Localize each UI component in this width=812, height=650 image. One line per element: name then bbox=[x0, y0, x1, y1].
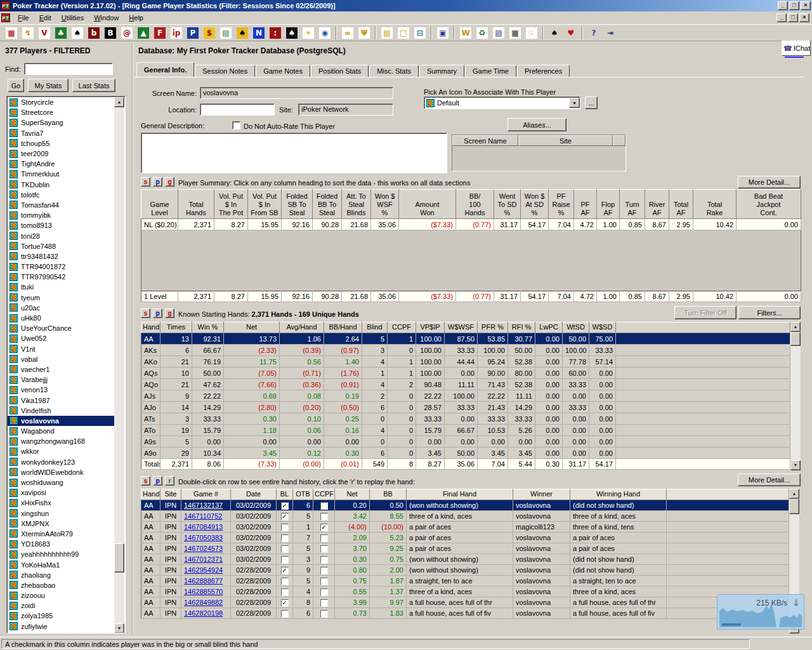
ipoker-icon[interactable]: ip bbox=[169, 25, 184, 40]
player-list-item[interactable]: zizoouu bbox=[8, 590, 114, 600]
checkbox[interactable]: ✓ bbox=[281, 502, 289, 510]
help-icon[interactable]: ? bbox=[586, 25, 601, 40]
player-list-item[interactable]: SuperSayang bbox=[8, 117, 114, 128]
titan-icon[interactable]: ♠ bbox=[284, 25, 299, 40]
chevron-down-icon[interactable]: ▼ bbox=[569, 98, 580, 108]
table-row[interactable]: AQo2147.62(7.66)(0.36)(0.91)4290.4811.11… bbox=[141, 379, 790, 390]
column-header[interactable]: Blind bbox=[362, 322, 388, 333]
player-list-item[interactable]: XterminAAtoR79 bbox=[8, 529, 114, 539]
scroll-thumb[interactable] bbox=[790, 332, 801, 346]
player-list-item[interactable]: zolya1985 bbox=[8, 611, 114, 621]
menu-edit[interactable]: Edit bbox=[34, 13, 56, 23]
column-header[interactable]: Vol. Put $ In The Pot bbox=[214, 190, 248, 219]
player-list-item[interactable]: wangzhongwang168 bbox=[8, 436, 114, 446]
my-stats-button[interactable]: My Stats bbox=[28, 79, 69, 92]
tab-session-notes[interactable]: Session Notes bbox=[195, 65, 255, 77]
section-button-p[interactable]: p bbox=[153, 177, 162, 187]
column-header[interactable]: Date bbox=[231, 489, 277, 500]
scroll-thumb[interactable] bbox=[789, 499, 799, 514]
game-link[interactable]: 1462885570 bbox=[184, 588, 223, 595]
table-row[interactable]: AAIPN146295492402/28/2009✓90.802.00(won … bbox=[141, 565, 789, 576]
column-header[interactable]: Total Hands bbox=[178, 190, 214, 219]
column-header[interactable]: Folded BB To Steal bbox=[313, 190, 342, 219]
table-row[interactable]: NL ($0.20)2,3718.2715.9592.1690.2821.683… bbox=[141, 219, 801, 230]
column-header[interactable]: Hand bbox=[141, 322, 160, 333]
last-stats-button[interactable]: Last Stats bbox=[72, 79, 115, 92]
player-list-item[interactable]: ttuki bbox=[8, 282, 114, 292]
turn-filter-off-button[interactable]: Turn Filter Off bbox=[674, 306, 737, 319]
player-list-item[interactable]: Vindelfish bbox=[8, 406, 114, 416]
table-row[interactable]: AAIPN146701237103/02/200930.300.75(won w… bbox=[141, 554, 789, 565]
player-list-item[interactable]: Streetcore bbox=[8, 107, 114, 117]
section-button-r[interactable]: r bbox=[165, 476, 174, 486]
everest-icon[interactable]: ▲ bbox=[136, 25, 151, 40]
checkbox[interactable] bbox=[320, 502, 328, 510]
player-list-item[interactable]: teer2009 bbox=[8, 149, 114, 159]
cards-green-icon[interactable]: ▤ bbox=[218, 25, 233, 40]
player-list-item[interactable]: Uwe052 bbox=[8, 333, 114, 343]
player-list-item[interactable]: worldWlDEwebdonk bbox=[8, 467, 114, 477]
aliases-button[interactable]: Aliases... bbox=[508, 118, 566, 131]
save-icon[interactable]: ▣ bbox=[435, 25, 450, 40]
tab-game-notes[interactable]: Game Notes bbox=[256, 65, 310, 77]
player-list-item[interactable]: uHk80 bbox=[8, 313, 114, 323]
player-list-item[interactable]: ttr93481432 bbox=[8, 251, 114, 262]
game-link[interactable]: 1462820198 bbox=[184, 609, 223, 617]
checkbox[interactable] bbox=[320, 513, 328, 521]
column-header[interactable]: Game Level bbox=[141, 190, 178, 219]
column-header[interactable]: Net bbox=[335, 489, 370, 500]
column-header[interactable]: LwPC bbox=[535, 322, 563, 333]
column-header[interactable]: BB bbox=[370, 489, 407, 500]
player-list-item[interactable]: zufiylwie bbox=[8, 621, 114, 632]
player-list-item[interactable]: Wagabond bbox=[8, 426, 114, 436]
column-header[interactable]: WtSD bbox=[563, 322, 589, 333]
checkbox[interactable] bbox=[281, 556, 289, 564]
player-list-item[interactable]: Vika1987 bbox=[8, 395, 114, 405]
table-row[interactable]: AQs1050.00(7.05)(0.71)(1.76)11100.000.00… bbox=[141, 368, 790, 379]
scroll-up-icon[interactable]: ▲ bbox=[789, 489, 799, 499]
mdi-restore-button[interactable]: □ bbox=[788, 13, 798, 22]
table-row[interactable]: AAIPN146284988202/28/2009✓83.999.97a ful… bbox=[141, 597, 789, 608]
player-list-item[interactable]: Storycircle bbox=[8, 97, 114, 107]
section-button-p[interactable]: p bbox=[153, 476, 162, 486]
checkbox[interactable] bbox=[281, 578, 289, 585]
player-list-item[interactable]: venon13 bbox=[8, 385, 114, 395]
gold-chip-icon[interactable]: $ bbox=[202, 25, 217, 40]
game-link[interactable]: 1467110752 bbox=[184, 512, 222, 520]
spades-pair-icon[interactable]: ♠ bbox=[70, 25, 85, 40]
checkbox[interactable] bbox=[320, 610, 328, 618]
hand-icon[interactable]: ☞ bbox=[524, 25, 539, 40]
table-row[interactable]: AJo1414.29(2.80)(0.20)(0.50)6028.5733.33… bbox=[141, 402, 790, 413]
betsson-icon[interactable]: B bbox=[103, 25, 118, 40]
player-list-item[interactable]: xaviposi bbox=[8, 488, 114, 498]
domino-icon[interactable]: : bbox=[268, 25, 283, 40]
minimize-button[interactable]: _ bbox=[778, 1, 788, 10]
player-list-item[interactable]: zhebaobao bbox=[8, 580, 114, 590]
player-list-item[interactable]: tommyibk bbox=[8, 210, 114, 220]
column-header[interactable]: Total AF bbox=[669, 190, 693, 219]
open-folder-icon[interactable]: ▤ bbox=[379, 25, 395, 40]
tab-position-stats[interactable]: Position Stats bbox=[311, 65, 369, 77]
pokerstars-icon[interactable]: ♠ bbox=[235, 25, 250, 40]
icon-browse-button[interactable]: ... bbox=[585, 96, 598, 109]
table-row[interactable]: AA1392.3113.731.062.6451100.0087.5053.85… bbox=[141, 333, 790, 345]
column-header[interactable]: Amount Won bbox=[399, 190, 456, 219]
column-header[interactable]: PFR % bbox=[478, 322, 508, 333]
tab-general-info-[interactable]: General Info. bbox=[136, 62, 194, 77]
checkbox[interactable] bbox=[281, 524, 289, 531]
menu-utilities[interactable]: Utilities bbox=[56, 13, 89, 23]
table-row[interactable]: A9o2910.343.450.120.30603.4550.003.453.4… bbox=[141, 448, 790, 459]
column-header[interactable]: OTB bbox=[293, 489, 313, 500]
player-list-item[interactable]: tchoup55 bbox=[8, 138, 114, 149]
column-header[interactable]: Net bbox=[224, 322, 280, 333]
player-list-item[interactable]: YoKoHaMa1 bbox=[8, 559, 114, 569]
recycle-icon[interactable]: ♻ bbox=[475, 25, 490, 40]
section-button-g[interactable]: g bbox=[165, 308, 174, 318]
game-link[interactable]: 1467024573 bbox=[184, 545, 223, 552]
column-header[interactable]: W$WSF bbox=[445, 322, 478, 333]
player-list-item[interactable]: voslavovna bbox=[8, 416, 114, 426]
column-header[interactable]: Win % bbox=[192, 322, 224, 333]
table-row[interactable]: ATs333.330.300.100.250033.330.0033.3333.… bbox=[141, 413, 790, 425]
column-header[interactable]: PF Raise % bbox=[549, 190, 574, 219]
checkbox[interactable] bbox=[320, 556, 328, 564]
